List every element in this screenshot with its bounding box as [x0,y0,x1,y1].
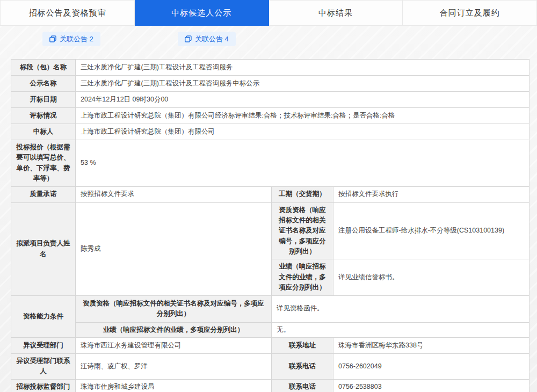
qualification-performance-value: 无。 [272,322,529,337]
related-announcement-link-1[interactable]: 关联公告 2 [42,32,100,46]
construction-period-label: 工期（交货期） [272,186,333,202]
qualification-cert-label: 资质资格（响应招标文件的相关证书名称及对应编号，多项应分别列出） [76,295,272,322]
related-announcement-label: 关联公告 4 [195,34,229,44]
objection-phone-value: 0756-2602049 [333,353,529,379]
section-name-label: 标段（包）名称 [11,60,76,76]
tab-winning-candidates[interactable]: 中标候选人公示 [135,0,269,26]
objection-contact-label: 异议受理部门联系人 [11,353,76,379]
link-copy-icon [185,35,192,42]
evaluation-status-value: 上海市政工程设计研究总院（集团）有限公司经济标评审结果:合格；技术标评审结果:合… [76,108,529,124]
manager-performance-label: 业绩（响应招标文件的业绩，多项应分别列出） [272,259,333,295]
qualification-cert-value: 详见资格函件。 [272,295,529,322]
objection-department-label: 异议受理部门 [11,337,76,353]
evaluation-status-label: 评标情况 [11,108,76,124]
qualification-capacity-label: 资格能力条件 [11,295,76,337]
objection-phone-label: 联系电话 [272,353,333,379]
section-name-value: 三灶水质净化厂扩建(三期)工程设计及工程咨询服务 [76,60,529,76]
winning-bidder-value: 上海市政工程设计研究总院（集团）有限公司 [76,124,529,140]
bid-price-label: 投标报价（根据需要可以填写总价、单价、下浮率、费率等） [11,140,76,187]
supervision-phone-value: 0756-2538803 [333,379,529,392]
manager-performance-value: 详见业绩信誉标书。 [333,259,529,295]
project-manager-label: 拟派项目负责人姓名 [11,202,76,295]
manager-qualification-value: 注册公用设备工程师-给水排水-不分等级(CS103100139) [333,202,529,259]
supervision-department-value: 珠海市住房和城乡建设局 [76,379,272,392]
quality-commitment-value: 按照招标文件要求 [76,186,272,202]
bid-price-value: 53 % [76,140,529,187]
announcement-name-value: 三灶水质净化厂扩建(三期)工程设计及工程咨询服务中标公示 [76,76,529,92]
quality-commitment-label: 质量承诺 [11,186,76,202]
qualification-performance-label: 业绩（响应招标文件的业绩，多项应分别列出） [76,322,272,337]
supervision-department-label: 招标投标监督部门 [11,379,76,392]
objection-address-value: 珠海市香洲区梅华东路338号 [333,337,529,353]
tab-tender-announcement[interactable]: 招标公告及资格预审 [0,0,135,26]
tab-bar: 招标公告及资格预审 中标候选人公示 中标结果 合同订立及履约 [0,0,537,26]
manager-qualification-label: 资质资格（响应招标文件的相关证书名称及对应编号，多项应分别列出） [272,202,333,259]
objection-contact-value: 江诗雨、凌广权、罗洋 [76,353,272,379]
objection-department-value: 珠海市西江水务建设管理有限公司 [76,337,272,353]
link-copy-icon [49,35,56,42]
announcement-name-label: 公示名称 [11,76,76,92]
related-announcement-link-2[interactable]: 关联公告 4 [178,32,236,46]
bid-opening-date-value: 2024年12月12日 09时30分00 [76,92,529,108]
objection-address-label: 联系地址 [272,337,333,353]
bid-opening-date-label: 开标日期 [11,92,76,108]
tab-contract[interactable]: 合同订立及履约 [403,0,537,26]
winning-bidder-label: 中标人 [11,124,76,140]
supervision-phone-label: 联系电话 [272,379,333,392]
tab-winning-result[interactable]: 中标结果 [269,0,403,26]
construction-period-value: 按招标文件要求执行 [333,186,529,202]
main-content: 关联公告 2 关联公告 4 标段（包）名称 三灶水质净化厂扩建(三期)工程设计及… [0,26,537,392]
project-manager-value: 陈秀成 [76,202,272,295]
related-announcement-label: 关联公告 2 [60,34,93,44]
bid-result-table: 标段（包）名称 三灶水质净化厂扩建(三期)工程设计及工程咨询服务 公示名称 三灶… [11,59,529,392]
